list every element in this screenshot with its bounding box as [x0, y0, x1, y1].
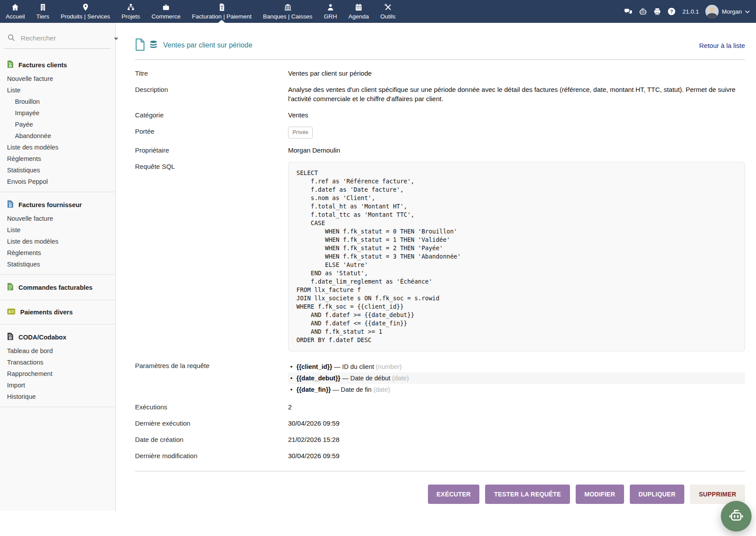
search-input[interactable]	[20, 34, 110, 43]
sidebar-item-import[interactable]: Import	[0, 379, 115, 391]
sidebar-item-liste-des-modeles[interactable]: Liste des modèles	[0, 142, 115, 153]
nav-item-banques-caisses[interactable]: Banques | Caisses	[257, 0, 318, 23]
nav-item-produits-services[interactable]: Produits | Services	[55, 0, 116, 23]
param-type: (number)	[376, 363, 402, 370]
nav-item-tiers[interactable]: Tiers	[31, 0, 55, 23]
meta-row-executions: Exécutions 2	[135, 399, 745, 415]
sidebar-section-factures-clients[interactable]: $ Factures clients	[0, 56, 115, 73]
nav-item-label: Commerce	[151, 13, 180, 20]
sidebar-section-factures-fournisseur[interactable]: $ Factures fournisseur	[0, 196, 115, 213]
sidebar-item-transactions[interactable]: Transactions	[0, 357, 115, 368]
nav-item-agenda[interactable]: Agenda	[343, 0, 375, 23]
field-label: Paramètres de la requête	[135, 361, 288, 370]
navbar-spacer	[401, 0, 623, 23]
divider	[135, 59, 745, 60]
sidebar-item-impayee[interactable]: Impayée	[0, 107, 115, 119]
sidebar: $ Factures clients Nouvelle facture List…	[0, 23, 116, 511]
assistant-fab[interactable]	[721, 501, 752, 532]
nav-item-label: Outils	[380, 13, 396, 20]
bank-icon	[284, 3, 292, 11]
sidebar-item-historique[interactable]: Historique	[0, 391, 115, 402]
top-navbar: Accueil Tiers Produits | Services Projet…	[0, 0, 756, 23]
nav-item-grh[interactable]: GRH	[318, 0, 343, 23]
print-icon[interactable]	[653, 7, 661, 16]
nav-item-accueil[interactable]: Accueil	[0, 0, 31, 23]
svg-text:?: ?	[670, 9, 673, 14]
sidebar-section-label: Paiements divers	[20, 309, 73, 316]
document-icon	[135, 38, 145, 53]
field-value: Morgan Demoulin	[288, 146, 745, 155]
sidebar-item-liste[interactable]: Liste	[0, 84, 115, 96]
chat-icon[interactable]	[624, 7, 633, 15]
divider	[0, 324, 115, 325]
sidebar-item-statistiques[interactable]: Statistiques	[0, 164, 115, 176]
field-row-proprietaire: Propriétaire Morgan Demoulin	[135, 142, 745, 158]
sidebar-section-paiements-divers[interactable]: $ Paiements divers	[0, 304, 115, 320]
svg-text:$: $	[10, 65, 11, 67]
sidebar-item-envois-peppol[interactable]: Envois Peppol	[0, 176, 115, 187]
briefcase-icon	[162, 3, 170, 11]
modify-button[interactable]: MODIFIER	[576, 485, 624, 504]
param-name: {{date_fin}}	[296, 386, 331, 393]
sidebar-section-label: Commandes facturables	[18, 284, 92, 291]
sidebar-item-nouvelle-facture-fournisseur[interactable]: Nouvelle facture	[0, 213, 115, 224]
sidebar-section-commandes-facturables[interactable]: Commandes facturables	[0, 278, 115, 295]
sidebar-item-nouvelle-facture[interactable]: Nouvelle facture	[0, 73, 115, 84]
field-label: Propriétaire	[135, 146, 288, 155]
field-label: Date de création	[135, 435, 288, 444]
sidebar-item-payee[interactable]: Payée	[0, 119, 115, 130]
param-desc: — ID du client	[332, 363, 376, 370]
status-badge-privee: Privée	[288, 127, 313, 139]
sidebar-item-liste-fournisseur[interactable]: Liste	[0, 224, 115, 236]
sidebar-item-rapprochement[interactable]: Rapprochement	[0, 368, 115, 379]
tools-icon	[384, 3, 392, 11]
param-type: (date)	[373, 386, 390, 393]
sidebar-item-brouillon[interactable]: Brouillon	[0, 96, 115, 107]
execute-button[interactable]: EXÉCUTER	[428, 485, 480, 504]
page-header: Ventes par client sur période Retour à l…	[135, 39, 745, 52]
help-icon[interactable]: ?	[667, 7, 676, 16]
test-query-button[interactable]: TESTER LA REQUÊTE	[485, 485, 570, 504]
sidebar-item-liste-des-modeles-fournisseur[interactable]: Liste des modèles	[0, 236, 115, 247]
field-label: Description	[135, 85, 288, 103]
home-icon	[11, 3, 19, 11]
calendar-icon	[354, 3, 363, 11]
sidebar-section-label: Factures fournisseur	[18, 201, 82, 208]
sidebar-section-label: Factures clients	[18, 62, 67, 69]
nav-item-outils[interactable]: Outils	[375, 0, 402, 23]
nav-item-facturation-paiement[interactable]: $ Facturation | Paiement	[186, 0, 257, 23]
field-label: Exécutions	[135, 402, 288, 412]
back-to-list-link[interactable]: Retour à la liste	[699, 42, 745, 49]
robot-icon[interactable]	[639, 7, 647, 15]
nav-item-label: Tiers	[37, 13, 50, 20]
navbar-right: ? 21.0.1 Morgan	[624, 0, 756, 23]
sidebar-item-reglements[interactable]: Règlements	[0, 153, 115, 164]
nav-item-label: Banques | Caisses	[263, 13, 312, 20]
nav-item-label: Agenda	[348, 13, 369, 20]
field-label: Catégorie	[135, 110, 288, 120]
sidebar-section-coda-codabox[interactable]: $ CODA/Codabox	[0, 328, 115, 345]
nav-item-label: Facturation | Paiement	[192, 13, 252, 20]
page: Accueil Tiers Produits | Services Projet…	[0, 0, 756, 536]
person-icon	[326, 3, 335, 11]
invoice-supplier-icon: $	[7, 200, 14, 209]
sidebar-item-statistiques-fournisseur[interactable]: Statistiques	[0, 259, 115, 270]
chevron-down-icon	[745, 8, 750, 15]
param-name: {{client_id}}	[296, 363, 332, 370]
user-name: Morgan	[722, 8, 742, 15]
nav-item-commerce[interactable]: Commerce	[146, 0, 186, 23]
main-content: Ventes par client sur période Retour à l…	[116, 23, 756, 504]
sidebar-section-label: CODA/Codabox	[18, 334, 66, 341]
field-value: Ventes	[288, 110, 745, 120]
params-list: {{client_id}} — ID du client (number) {{…	[288, 361, 745, 395]
avatar	[705, 5, 719, 18]
duplicate-button[interactable]: DUPLIQUER	[630, 485, 684, 504]
user-menu[interactable]: Morgan	[705, 5, 750, 18]
param-name: {{date_debut}}	[296, 375, 340, 382]
param-desc: — Date de fin	[331, 386, 373, 393]
field-value: 21/02/2026 15:28	[288, 435, 745, 444]
sidebar-item-reglements-fournisseur[interactable]: Règlements	[0, 247, 115, 259]
sidebar-item-tableau-de-bord[interactable]: Tableau de bord	[0, 345, 115, 357]
sidebar-item-abandonnee[interactable]: Abandonnée	[0, 130, 115, 142]
nav-item-projets[interactable]: Projets	[116, 0, 146, 23]
